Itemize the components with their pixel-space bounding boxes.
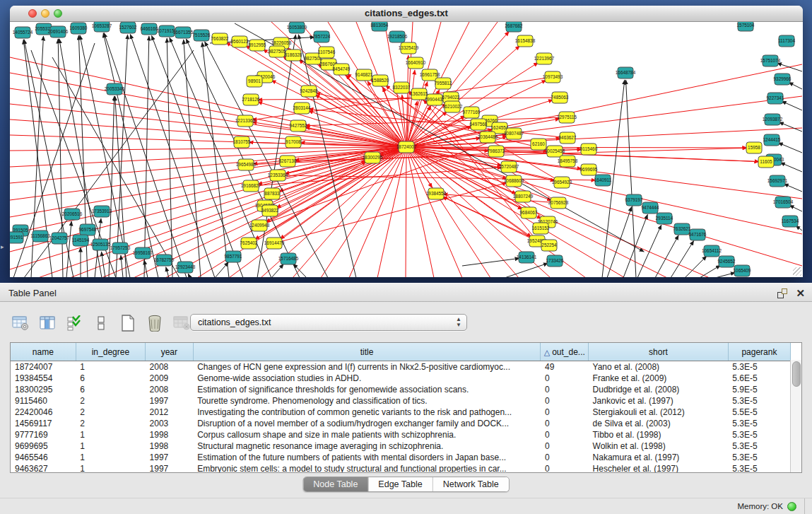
citation-edge-black[interactable] xyxy=(777,63,802,71)
column-header-title[interactable]: title xyxy=(193,343,541,361)
table-row[interactable]: 1456911722003Disruption of a novel membe… xyxy=(11,418,791,429)
graph-node[interactable]: 9827505 xyxy=(269,46,286,57)
citation-edge-black[interactable] xyxy=(671,240,694,277)
graph-node[interactable]: 20053346 xyxy=(105,83,125,95)
graph-node[interactable]: 8471676 xyxy=(689,229,707,240)
graph-node[interactable]: 16640910 xyxy=(406,57,426,69)
graph-node[interactable]: 9777169 xyxy=(463,107,481,118)
column-header-out_de[interactable]: △out_de... xyxy=(541,343,589,361)
citation-edge-black[interactable] xyxy=(166,267,169,277)
graph-node[interactable]: 12213967 xyxy=(534,53,555,64)
graph-node[interactable]: 9697548 xyxy=(79,224,97,235)
graph-node[interactable]: 1117304 xyxy=(778,35,795,47)
graph-node[interactable]: 20206516 xyxy=(62,209,83,220)
citation-edge-black[interactable] xyxy=(104,33,187,277)
citation-edge-black[interactable] xyxy=(121,255,123,277)
graph-node[interactable]: 1167534 xyxy=(782,216,799,227)
graph-node[interactable]: 9146821 xyxy=(355,69,373,81)
citation-edge-black[interactable] xyxy=(789,82,802,89)
graph-node[interactable]: 16671355 xyxy=(173,27,194,38)
column-header-short[interactable]: short xyxy=(589,343,729,361)
citation-edge-red[interactable] xyxy=(406,147,462,277)
table-row[interactable]: 1938455462009Genome-wide association stu… xyxy=(11,373,791,384)
table-row[interactable]: 977716911998Corpus callosum shape and si… xyxy=(11,429,791,440)
graph-node[interactable]: 17353913 xyxy=(92,206,112,217)
citation-edge-black[interactable] xyxy=(778,143,802,153)
graph-node[interactable]: 9242848 xyxy=(300,86,318,97)
graph-node[interactable]: 1145194 xyxy=(72,235,90,246)
citation-edge-red[interactable] xyxy=(496,151,759,162)
show-columns-button[interactable] xyxy=(38,314,57,332)
graph-node[interactable]: 2935114 xyxy=(656,213,673,224)
graph-node[interactable]: 8912955 xyxy=(249,40,266,51)
citation-edge-black[interactable] xyxy=(188,274,190,277)
graph-node[interactable]: 10688609 xyxy=(504,175,524,187)
tab-network-table[interactable]: Network Table xyxy=(433,477,509,491)
row-height-button[interactable] xyxy=(92,314,110,332)
graph-node[interactable]: 10807487 xyxy=(504,128,524,139)
citation-edge-black[interactable] xyxy=(782,101,802,110)
import-table-button-disabled[interactable] xyxy=(172,314,191,332)
graph-node[interactable]: 917008 xyxy=(286,136,301,148)
graph-node[interactable]: 11605 xyxy=(758,156,774,168)
column-header-in_degree[interactable]: in_degree xyxy=(76,343,145,361)
citation-edge-red[interactable] xyxy=(406,147,434,277)
graph-node[interactable]: 12042757 xyxy=(49,233,70,244)
graph-node[interactable]: 19218506 xyxy=(387,31,408,42)
graph-node[interactable]: 16914479 xyxy=(264,238,285,249)
graph-node[interactable]: 9245652 xyxy=(718,256,736,267)
citation-edge-black[interactable] xyxy=(271,264,283,277)
graph-node[interactable]: 7857224 xyxy=(313,31,331,42)
graph-node[interactable]: 18724007 xyxy=(396,141,417,153)
graph-node[interactable]: 16782759 xyxy=(154,255,175,266)
graph-node[interactable]: 10653287 xyxy=(92,22,112,32)
graph-node[interactable]: 20756928 xyxy=(548,197,569,209)
graph-node[interactable]: 1588520 xyxy=(372,75,389,86)
citation-edge-black[interactable] xyxy=(215,262,228,277)
table-row[interactable]: 946554611997Estimation of the future num… xyxy=(11,452,791,463)
citation-edge-red[interactable] xyxy=(315,95,406,147)
graph-node[interactable]: 1615152 xyxy=(532,223,550,234)
graph-node[interactable]: 9427552 xyxy=(290,120,307,132)
citation-edge-black[interactable] xyxy=(780,163,802,172)
graph-node[interactable]: 19654985 xyxy=(236,159,257,170)
citation-edge-black[interactable] xyxy=(789,205,802,211)
graph-node[interactable]: 19958167 xyxy=(133,247,153,259)
graph-node[interactable]: 10654112 xyxy=(702,245,722,257)
collapsed-panel-caret[interactable]: ▸ xyxy=(1,243,4,250)
citation-edge-black[interactable] xyxy=(700,265,720,277)
citation-edge-black[interactable] xyxy=(144,36,149,277)
graph-node[interactable]: 16648784 xyxy=(616,67,636,78)
graph-node[interactable]: 19384554 xyxy=(426,188,447,199)
graph-node[interactable]: 62160 xyxy=(531,139,546,150)
memory-indicator[interactable]: Memory: OK xyxy=(737,498,796,514)
graph-node[interactable]: 9463627 xyxy=(559,132,577,144)
graph-node[interactable]: 6497568 xyxy=(470,119,488,130)
graph-node[interactable]: 19654923 xyxy=(552,177,572,188)
citation-edge-black[interactable] xyxy=(103,33,158,277)
graph-node[interactable]: 11156863 xyxy=(30,230,50,242)
graph-node[interactable]: 7625402 xyxy=(240,238,258,249)
column-header-pagerank[interactable]: pagerank xyxy=(728,343,790,361)
graph-node[interactable]: 1810755 xyxy=(233,136,251,148)
graph-node[interactable]: 1244415 xyxy=(763,134,781,146)
graph-node[interactable]: 17957253 xyxy=(110,243,131,254)
graph-node[interactable]: 10973493 xyxy=(543,71,563,83)
graph-node[interactable]: 9684067 xyxy=(520,207,538,218)
graph-node[interactable]: 8813054 xyxy=(371,22,389,31)
citation-edge-black[interactable] xyxy=(116,35,128,277)
graph-node[interactable]: 12505135 xyxy=(90,239,111,250)
graph-node[interactable]: 16053809 xyxy=(287,22,307,33)
graph-node[interactable]: 391591 xyxy=(10,232,23,243)
network-canvas[interactable]: 1872400718300295140557242055372206914061… xyxy=(10,22,803,277)
graph-node[interactable]: 1065409 xyxy=(734,265,751,276)
scrollbar-thumb[interactable] xyxy=(792,361,801,387)
table-row[interactable]: 946362711997Embryonic stem cells: a mode… xyxy=(11,463,791,473)
graph-node[interactable]: 15751074 xyxy=(760,55,781,66)
select-columns-button[interactable] xyxy=(65,314,83,332)
graph-node[interactable]: 252254 xyxy=(541,240,557,251)
graph-node[interactable]: 1107546 xyxy=(318,47,336,58)
graph-node[interactable]: 9329966 xyxy=(774,74,792,85)
citation-edge-black[interactable] xyxy=(715,273,735,277)
table-row[interactable]: 2242004622012Investigating the contribut… xyxy=(11,407,791,418)
